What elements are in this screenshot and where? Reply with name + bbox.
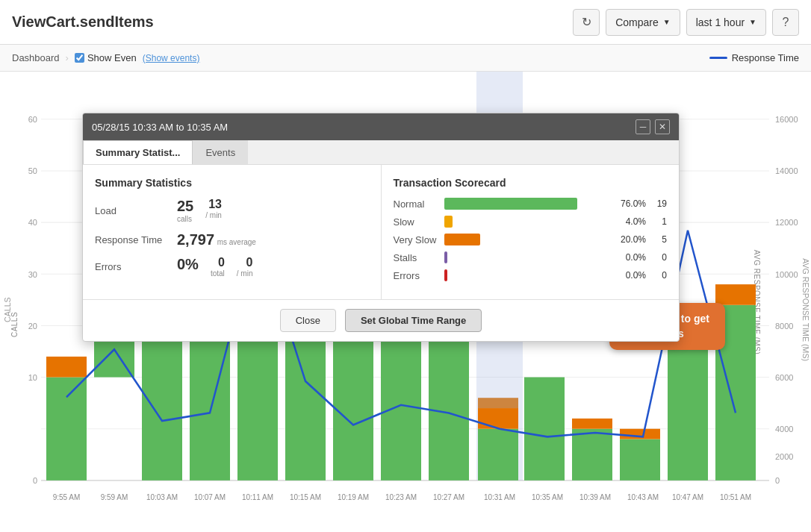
score-count-stalls: 0 — [652, 252, 667, 263]
score-bar-container-stalls — [444, 251, 611, 263]
score-pct-errors: 0.0% — [616, 270, 646, 281]
svg-rect-37 — [333, 325, 373, 480]
modal-titlebar-controls: ─ ✕ — [636, 119, 670, 134]
show-events-link[interactable]: (Show events) — [143, 53, 200, 63]
svg-rect-46 — [478, 398, 518, 408]
score-bar-stalls — [444, 251, 447, 263]
svg-text:10:19 AM: 10:19 AM — [338, 493, 369, 501]
tab-events[interactable]: Events — [193, 140, 248, 164]
score-bar-container-very-slow — [444, 234, 611, 245]
scorecard-row-stalls: Stalls 0.0% 0 — [394, 251, 668, 263]
svg-rect-25 — [46, 357, 87, 378]
header-controls: ↻ Compare ▼ last 1 hour ▼ ? — [573, 9, 799, 36]
stat-row-response-time: Response Time 2,797 ms average — [95, 231, 369, 248]
stat-primary-load: 25 calls — [177, 198, 193, 224]
svg-text:10:11 AM: 10:11 AM — [242, 493, 273, 501]
scorecard-title: Transaction Scorecard — [394, 177, 668, 189]
modal-close-button[interactable]: ✕ — [655, 119, 670, 134]
compare-button[interactable]: Compare ▼ — [606, 9, 680, 36]
svg-text:20: 20 — [28, 321, 37, 330]
svg-text:0: 0 — [775, 476, 780, 485]
svg-rect-47 — [524, 378, 565, 481]
stat-values-load: 25 calls 13 / min — [177, 198, 222, 224]
compare-label: Compare — [615, 16, 659, 28]
tab-summary-label: Summary Statist... — [96, 147, 180, 158]
modal-tabs: Summary Statist... Events — [83, 140, 679, 165]
svg-text:9:55 AM: 9:55 AM — [53, 493, 81, 501]
score-count-normal: 19 — [652, 198, 667, 209]
svg-text:50: 50 — [28, 166, 37, 175]
stat-secondary-errors-per-min: 0 / min — [237, 256, 253, 278]
scorecard-section: Transaction Scorecard Normal 76.0% 19 — [382, 165, 680, 299]
score-label-very-slow: Very Slow — [394, 234, 438, 245]
svg-text:10:43 AM: 10:43 AM — [627, 493, 659, 501]
svg-text:10:31 AM: 10:31 AM — [484, 493, 515, 501]
svg-rect-44 — [478, 429, 518, 481]
tab-summary-statistics[interactable]: Summary Statist... — [83, 140, 193, 164]
svg-text:9:59 AM: 9:59 AM — [101, 493, 128, 501]
show-even-checkbox[interactable] — [75, 53, 84, 63]
sub-header: Dashboard › Show Even (Show events) Resp… — [0, 45, 811, 72]
svg-text:CALLS: CALLS — [4, 297, 12, 322]
score-label-errors: Errors — [394, 270, 438, 281]
stat-row-load: Load 25 calls 13 / min — [95, 198, 369, 224]
stat-secondary-load: 13 / min — [205, 198, 222, 219]
stat-values-response-time: 2,797 ms average — [177, 231, 256, 248]
svg-rect-48 — [572, 429, 612, 481]
svg-text:10:07 AM: 10:07 AM — [194, 493, 226, 501]
response-time-legend: Response Time — [709, 52, 799, 63]
svg-rect-24 — [46, 378, 87, 481]
score-label-stalls: Stalls — [394, 252, 438, 263]
svg-rect-51 — [620, 429, 660, 439]
show-even-label: Show Even — [87, 52, 137, 63]
stat-values-errors: 0% 0 total 0 / min — [177, 256, 252, 278]
svg-text:10:15 AM: 10:15 AM — [290, 493, 321, 501]
svg-text:16000: 16000 — [775, 115, 798, 124]
modal-overlay: 05/28/15 10:33 AM to 10:35 AM ─ ✕ Summar… — [82, 113, 680, 342]
show-even-checkbox-label[interactable]: Show Even — [75, 52, 137, 63]
svg-text:10:23 AM: 10:23 AM — [385, 493, 417, 501]
time-range-button[interactable]: last 1 hour ▼ — [686, 9, 766, 36]
svg-text:6000: 6000 — [775, 373, 793, 382]
svg-text:10:35 AM: 10:35 AM — [532, 493, 563, 501]
compare-chevron-icon: ▼ — [663, 18, 671, 26]
scorecard-row-normal: Normal 76.0% 19 — [394, 198, 668, 210]
score-pct-stalls: 0.0% — [616, 252, 646, 263]
breadcrumb: Dashboard — [12, 52, 60, 63]
score-bar-very-slow — [444, 234, 481, 245]
score-pct-normal: 76.0% — [616, 198, 646, 209]
svg-text:10:39 AM: 10:39 AM — [579, 493, 611, 501]
svg-rect-49 — [572, 419, 612, 429]
score-bar-container-slow — [444, 216, 611, 228]
header-bar: ViewCart.sendItems ↻ Compare ▼ last 1 ho… — [0, 0, 811, 45]
tab-events-label: Events — [205, 147, 235, 158]
score-pct-very-slow: 20.0% — [616, 234, 646, 245]
help-button[interactable]: ? — [772, 9, 799, 36]
stat-row-errors: Errors 0% 0 total 0 — [95, 256, 369, 278]
scorecard-row-very-slow: Very Slow 20.0% 5 — [394, 234, 668, 245]
legend-line-icon — [709, 57, 727, 59]
time-range-label: last 1 hour — [696, 16, 745, 28]
time-range-chevron-icon: ▼ — [749, 18, 756, 26]
stat-primary-response-time: 2,797 ms average — [177, 231, 256, 248]
svg-text:10:47 AM: 10:47 AM — [672, 493, 703, 501]
modal-footer: Close Set Global Time Range — [83, 299, 679, 341]
svg-text:0: 0 — [33, 476, 37, 485]
modal-minimize-button[interactable]: ─ — [636, 119, 650, 134]
close-button[interactable]: Close — [280, 309, 336, 332]
svg-text:40: 40 — [28, 218, 37, 227]
chart-area: CALLS AVG RESPONSE TIME (MS) 60 50 40 30… — [0, 72, 811, 532]
scorecard-row-errors: Errors 0.0% 0 — [394, 269, 668, 281]
svg-text:12000: 12000 — [775, 218, 798, 227]
set-global-time-range-button[interactable]: Set Global Time Range — [345, 309, 482, 332]
refresh-button[interactable]: ↻ — [573, 9, 600, 36]
svg-text:10000: 10000 — [775, 269, 798, 278]
summary-title: Summary Statistics — [95, 177, 369, 189]
svg-rect-29 — [142, 325, 182, 480]
stat-label-response-time: Response Time — [95, 234, 177, 245]
stat-label-errors: Errors — [95, 261, 177, 272]
stat-secondary-errors-total: 0 total — [211, 256, 225, 278]
score-pct-slow: 4.0% — [616, 216, 646, 227]
stat-label-load: Load — [95, 205, 177, 216]
page-title: ViewCart.sendItems — [12, 13, 154, 31]
